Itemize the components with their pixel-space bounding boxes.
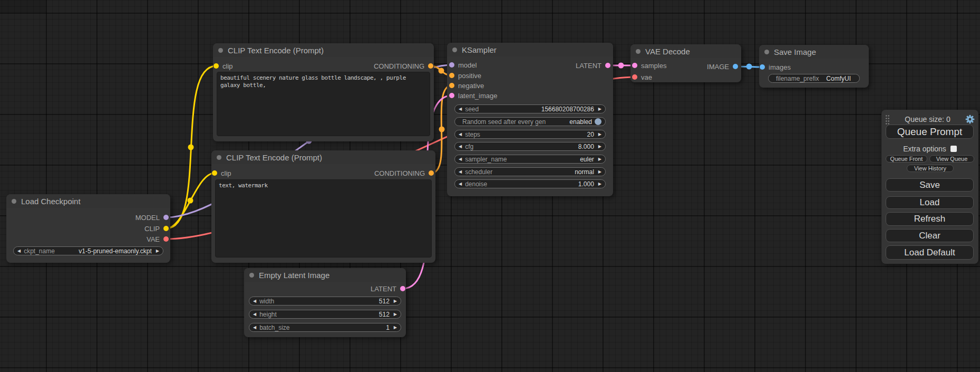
positive-prompt-textarea[interactable]: beautiful scenery nature glass bottle la…: [217, 72, 430, 136]
widget-value: 1.000: [578, 180, 594, 188]
decrement-arrow-icon[interactable]: ◀: [459, 132, 462, 137]
node-collapse-dot[interactable]: [12, 199, 16, 204]
increment-arrow-icon[interactable]: ▶: [598, 170, 601, 174]
extra-options-checkbox[interactable]: [950, 146, 957, 152]
increment-arrow-icon[interactable]: ▶: [598, 132, 601, 137]
clear-button[interactable]: Clear: [886, 229, 974, 242]
node-title: CLIP Text Encode (Prompt): [226, 153, 322, 162]
height-widget[interactable]: ◀ height 512 ▶: [249, 310, 401, 319]
queue-prompt-button[interactable]: Queue Prompt: [886, 125, 974, 139]
node-collapse-dot[interactable]: [636, 49, 641, 54]
node-header[interactable]: Save Image: [759, 45, 869, 59]
output-slot-model[interactable]: MODEL: [6, 214, 169, 221]
input-slot-images[interactable]: images: [760, 63, 791, 71]
node-load-checkpoint[interactable]: Load Checkpoint MODEL CLIP VAE ◀ ckpt_na…: [6, 194, 170, 263]
denoise-widget[interactable]: ◀ denoise 1.000 ▶: [454, 179, 606, 188]
output-slot-image[interactable]: IMAGE: [630, 63, 738, 70]
link-midpoint-dot: [746, 64, 752, 70]
increment-arrow-icon[interactable]: ▶: [394, 312, 397, 317]
input-slot-latent-image[interactable]: latent_image: [449, 92, 497, 99]
settings-gear-icon[interactable]: [965, 115, 975, 124]
width-widget[interactable]: ◀ width 512 ▶: [249, 297, 401, 306]
button-label: Load: [920, 197, 940, 208]
load-default-button[interactable]: Load Default: [886, 245, 974, 260]
node-collapse-dot[interactable]: [249, 273, 254, 278]
cfg-widget[interactable]: ◀ cfg 8.000 ▶: [454, 142, 606, 151]
conditioning-slot-dot[interactable]: [428, 63, 433, 69]
input-slot-negative[interactable]: negative: [449, 82, 484, 89]
view-queue-button[interactable]: View Queue: [929, 155, 974, 163]
conditioning-slot-dot[interactable]: [449, 83, 454, 88]
model-slot-dot[interactable]: [163, 215, 169, 220]
decrement-arrow-icon[interactable]: ◀: [459, 170, 462, 174]
latent-slot-dot[interactable]: [400, 286, 405, 291]
decrement-arrow-icon[interactable]: ◀: [17, 249, 21, 253]
node-header[interactable]: CLIP Text Encode (Prompt): [211, 150, 435, 164]
node-header[interactable]: Empty Latent Image: [244, 268, 406, 282]
increment-arrow-icon[interactable]: ▶: [598, 107, 601, 111]
increment-arrow-icon[interactable]: ▶: [598, 157, 601, 161]
node-header[interactable]: CLIP Text Encode (Prompt): [213, 43, 434, 57]
conditioning-slot-dot[interactable]: [449, 73, 454, 78]
decrement-arrow-icon[interactable]: ◀: [459, 182, 462, 186]
image-slot-dot[interactable]: [733, 64, 738, 69]
filename-prefix-widget[interactable]: filename_prefix ComfyUI: [768, 74, 860, 83]
vae-slot-dot[interactable]: [163, 236, 169, 242]
conditioning-slot-dot[interactable]: [429, 170, 434, 176]
increment-arrow-icon[interactable]: ▶: [156, 249, 159, 253]
node-collapse-dot[interactable]: [217, 155, 221, 160]
latent-slot-dot[interactable]: [449, 93, 454, 98]
decrement-arrow-icon[interactable]: ◀: [459, 145, 462, 149]
node-collapse-dot[interactable]: [452, 47, 457, 52]
queue-front-button[interactable]: Queue Front: [886, 155, 927, 163]
view-history-button[interactable]: View History: [907, 165, 954, 172]
button-label: Queue Prompt: [897, 126, 963, 138]
vae-slot-dot[interactable]: [632, 74, 637, 80]
node-clip-text-encode-positive[interactable]: CLIP Text Encode (Prompt) clip CONDITION…: [213, 43, 434, 141]
input-slot-positive[interactable]: positive: [449, 72, 481, 79]
input-slot-vae[interactable]: vae: [632, 73, 652, 81]
increment-arrow-icon[interactable]: ▶: [598, 145, 601, 149]
steps-widget[interactable]: ◀ steps 20 ▶: [454, 130, 606, 139]
increment-arrow-icon[interactable]: ▶: [598, 182, 601, 186]
output-slot-clip[interactable]: CLIP: [6, 225, 169, 232]
decrement-arrow-icon[interactable]: ◀: [253, 299, 256, 303]
node-header[interactable]: KSampler: [447, 43, 613, 56]
toggle-dot[interactable]: [595, 118, 601, 125]
increment-arrow-icon[interactable]: ▶: [394, 299, 397, 303]
node-header[interactable]: Load Checkpoint: [6, 194, 170, 208]
node-header[interactable]: VAE Decode: [630, 44, 741, 58]
image-slot-dot[interactable]: [760, 64, 765, 70]
output-slot-latent[interactable]: LATENT: [244, 285, 405, 292]
output-slot-vae[interactable]: VAE: [6, 235, 169, 243]
negative-prompt-textarea[interactable]: text, watermark: [215, 179, 432, 257]
decrement-arrow-icon[interactable]: ◀: [253, 312, 256, 317]
ckpt-name-widget[interactable]: ◀ ckpt_name v1-5-pruned-emaonly.ckpt ▶: [13, 246, 163, 255]
output-slot-conditioning[interactable]: CONDITIONING: [211, 169, 434, 177]
clip-slot-dot[interactable]: [163, 226, 169, 231]
node-vae-decode[interactable]: VAE Decode samples vae IMAGE: [630, 44, 741, 82]
node-collapse-dot[interactable]: [764, 50, 769, 54]
sampler-name-widget[interactable]: ◀ sampler_name euler ▶: [454, 155, 606, 164]
node-clip-text-encode-negative[interactable]: CLIP Text Encode (Prompt) clip CONDITION…: [211, 150, 435, 263]
output-slot-conditioning[interactable]: CONDITIONING: [213, 62, 433, 70]
drag-handle[interactable]: [885, 115, 890, 125]
extra-options-row: Extra options: [881, 145, 978, 153]
decrement-arrow-icon[interactable]: ◀: [459, 107, 462, 111]
batch-size-widget[interactable]: ◀ batch_size 1 ▶: [249, 323, 401, 332]
node-ksampler[interactable]: KSampler model positive negative latent_…: [447, 43, 613, 196]
node-save-image[interactable]: Save Image images filename_prefix ComfyU…: [759, 45, 869, 88]
node-collapse-dot[interactable]: [218, 48, 223, 53]
node-empty-latent-image[interactable]: Empty Latent Image LATENT ◀ width 512 ▶ …: [244, 268, 406, 337]
decrement-arrow-icon[interactable]: ◀: [459, 157, 462, 161]
latent-slot-dot[interactable]: [605, 63, 610, 68]
output-slot-latent[interactable]: LATENT: [447, 62, 610, 69]
seed-widget[interactable]: ◀ seed 156680208700286 ▶: [454, 104, 606, 113]
refresh-button[interactable]: Refresh: [886, 212, 974, 226]
scheduler-widget[interactable]: ◀ scheduler normal ▶: [454, 167, 606, 176]
load-button[interactable]: Load: [886, 196, 974, 209]
random-seed-toggle-widget[interactable]: Random seed after every gen enabled: [454, 117, 606, 126]
save-button[interactable]: Save: [886, 178, 974, 192]
decrement-arrow-icon[interactable]: ◀: [253, 326, 256, 330]
increment-arrow-icon[interactable]: ▶: [394, 326, 397, 330]
